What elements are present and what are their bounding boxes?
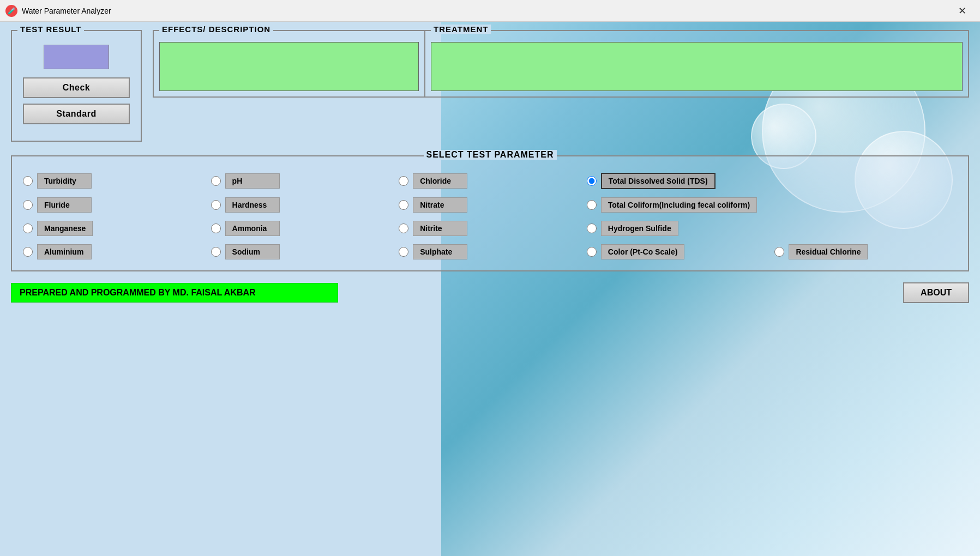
radio-aluminium-input[interactable] [23, 247, 33, 257]
about-button[interactable]: ABOUT [903, 282, 969, 303]
treatment-box: TREATMENT [425, 30, 969, 98]
radio-chloride-input[interactable] [399, 176, 408, 186]
radio-ammonia-input[interactable] [211, 223, 221, 233]
main-window: 🧪 Water Parameter Analyzer ✕ TEST RESULT… [0, 0, 980, 556]
radio-nitrate-label: Nitrate [413, 197, 467, 213]
color-display [44, 45, 109, 69]
radio-nitrite-label: Nitrite [413, 221, 467, 236]
select-parameter-label: SELECT TEST PARAMETER [423, 150, 556, 160]
effects-label: EFFECTS/ DESCRIPTION [159, 25, 273, 34]
radio-nitrite[interactable]: Nitrite [399, 221, 581, 236]
radio-residual-chlorine-label: Residual Chlorine [789, 244, 868, 259]
effects-treatment-wrapper: EFFECTS/ DESCRIPTION TREATMENT [153, 30, 969, 98]
standard-button[interactable]: Standard [23, 104, 130, 124]
radio-turbidity[interactable]: Turbidity [23, 173, 206, 189]
app-icon: 🧪 [5, 5, 17, 17]
check-button[interactable]: Check [23, 77, 130, 98]
window-title: Water Parameter Analyzer [22, 7, 949, 15]
radio-residual-chlorine-input[interactable] [774, 247, 784, 257]
radio-total-coliform[interactable]: Total Coliform(Including fecal coliform) [587, 197, 769, 213]
radio-nitrite-input[interactable] [399, 223, 408, 233]
radio-manganese-input[interactable] [23, 223, 33, 233]
prepared-text: PREPARED AND PROGRAMMED BY MD. FAISAL AK… [11, 283, 338, 303]
treatment-textarea[interactable] [431, 42, 963, 91]
radio-manganese[interactable]: Manganese [23, 221, 206, 236]
radio-chloride[interactable]: Chloride [399, 173, 581, 189]
close-button[interactable]: ✕ [949, 0, 975, 22]
radio-hardness-input[interactable] [211, 200, 221, 210]
radio-hydrogen-sulfide-input[interactable] [587, 223, 597, 233]
radio-hydrogen-sulfide-label: Hydrogen Sulfide [601, 221, 678, 236]
top-section: TEST RESULT Check Standard EFFECTS/ DESC… [0, 22, 980, 150]
radio-fluoride[interactable]: Fluride [23, 197, 206, 213]
radio-chloride-label: Chloride [413, 173, 467, 189]
title-bar: 🧪 Water Parameter Analyzer ✕ [0, 0, 980, 22]
radio-fluoride-label: Fluride [37, 197, 92, 213]
radio-hydrogen-sulfide[interactable]: Hydrogen Sulfide [587, 221, 769, 236]
radio-turbidity-label: Turbidity [37, 173, 92, 189]
radio-sodium[interactable]: Sodium [211, 244, 394, 259]
effects-textarea[interactable] [159, 42, 419, 91]
radio-sulphate-input[interactable] [399, 247, 408, 257]
main-content: TEST RESULT Check Standard EFFECTS/ DESC… [0, 22, 980, 556]
radio-aluminium-label: Aluminium [37, 244, 92, 259]
radio-color-pt-co-input[interactable] [587, 247, 597, 257]
radio-total-coliform-label: Total Coliform(Including fecal coliform) [601, 197, 757, 213]
select-parameter-section: SELECT TEST PARAMETER Turbidity pH Chlor… [11, 155, 969, 271]
radio-turbidity-input[interactable] [23, 176, 33, 186]
parameter-grid: Turbidity pH Chloride Total Dissolved So… [23, 173, 957, 259]
radio-sulphate-label: Sulphate [413, 244, 467, 259]
radio-ammonia-label: Ammonia [225, 221, 280, 236]
radio-ph[interactable]: pH [211, 173, 394, 189]
radio-hardness[interactable]: Hardness [211, 197, 394, 213]
radio-tds-label: Total Dissolved Solid (TDS) [601, 173, 716, 189]
radio-total-coliform-input[interactable] [587, 200, 597, 210]
radio-ph-input[interactable] [211, 176, 221, 186]
radio-ammonia[interactable]: Ammonia [211, 221, 394, 236]
radio-ph-label: pH [225, 173, 280, 189]
radio-sodium-input[interactable] [211, 247, 221, 257]
radio-color-pt-co[interactable]: Color (Pt-Co Scale) [587, 244, 769, 259]
radio-color-pt-co-label: Color (Pt-Co Scale) [601, 244, 685, 259]
radio-nitrate[interactable]: Nitrate [399, 197, 581, 213]
radio-hardness-label: Hardness [225, 197, 280, 213]
radio-sulphate[interactable]: Sulphate [399, 244, 581, 259]
radio-aluminium[interactable]: Aluminium [23, 244, 206, 259]
radio-sodium-label: Sodium [225, 244, 280, 259]
radio-nitrate-input[interactable] [399, 200, 408, 210]
radio-fluoride-input[interactable] [23, 200, 33, 210]
radio-manganese-label: Manganese [37, 221, 93, 236]
test-result-box: TEST RESULT Check Standard [11, 30, 142, 142]
radio-tds-input[interactable] [587, 176, 597, 186]
bottom-bar: PREPARED AND PROGRAMMED BY MD. FAISAL AK… [0, 277, 980, 309]
radio-residual-chlorine[interactable]: Residual Chlorine [774, 244, 957, 259]
test-result-label: TEST RESULT [17, 25, 84, 34]
treatment-label: TREATMENT [431, 25, 491, 34]
effects-box: EFFECTS/ DESCRIPTION [153, 30, 425, 98]
radio-tds[interactable]: Total Dissolved Solid (TDS) [587, 173, 769, 189]
